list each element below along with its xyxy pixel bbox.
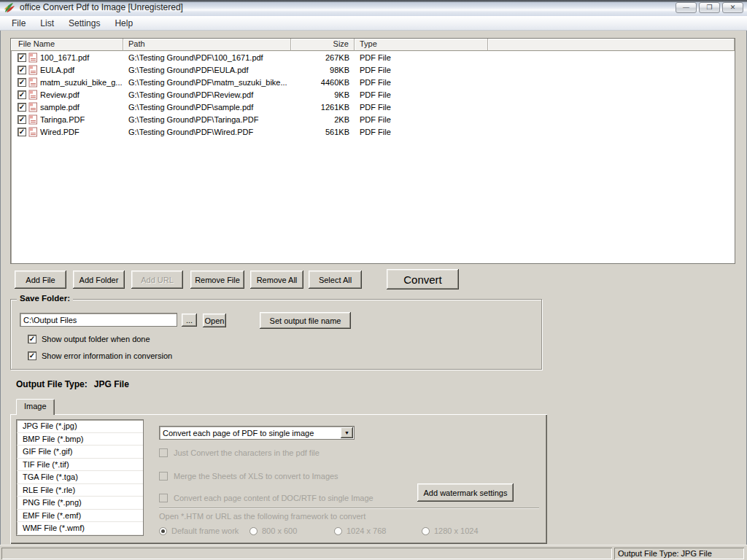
show-error-info-checkbox[interactable]: ✓ — [28, 351, 36, 360]
check-icon: ✓ — [19, 66, 25, 74]
statusbar: Output File Type: JPG File — [0, 545, 747, 560]
radio-800x600-label: 800 x 600 — [262, 526, 297, 535]
output-type-value: JPG File — [94, 379, 129, 389]
just-convert-chars-label: Just Convert the characters in the pdf f… — [174, 448, 320, 457]
format-item-emf[interactable]: EMF File (*.emf) — [17, 510, 143, 523]
file-type: PDF File — [355, 78, 488, 87]
file-row[interactable]: ✓ Wired.PDF G:\Testing Ground\PDF\Wired.… — [11, 125, 735, 138]
check-icon: ✓ — [19, 54, 25, 61]
file-row[interactable]: ✓ Taringa.PDF G:\Testing Ground\PDF\Tari… — [11, 113, 735, 125]
radio-default-framework-label: Default frame work — [171, 526, 239, 535]
file-row[interactable]: ✓ 100_1671.pdf G:\Testing Ground\PDF\100… — [11, 51, 735, 63]
show-output-folder-checkbox[interactable]: ✓ — [28, 335, 36, 343]
status-pane-left — [1, 548, 612, 559]
remove-file-button[interactable]: Remove File — [190, 271, 244, 289]
list-header: File Name Path Size Type — [11, 39, 735, 51]
file-type: PDF File — [355, 103, 488, 112]
format-item-jpg[interactable]: JPG File (*.jpg) — [17, 420, 143, 433]
file-size: 267KB — [291, 53, 355, 62]
minimize-button[interactable]: — — [676, 2, 697, 13]
check-icon: ✓ — [19, 79, 25, 86]
pdf-file-icon — [28, 127, 38, 137]
file-row[interactable]: ✓ EULA.pdf G:\Testing Ground\PDF\EULA.pd… — [11, 63, 735, 76]
add-watermark-button[interactable]: Add watermark settings — [417, 483, 514, 502]
minimize-icon: — — [683, 4, 689, 11]
close-icon: ✕ — [730, 4, 736, 11]
menu-help[interactable]: Help — [107, 17, 140, 30]
add-url-button: Add URL — [131, 271, 183, 289]
radio-default-framework — [159, 527, 167, 535]
browse-button[interactable]: ... — [182, 314, 197, 327]
check-icon: ✓ — [19, 104, 25, 111]
row-checkbox[interactable]: ✓ — [18, 115, 26, 124]
format-item-gif[interactable]: GIF File (*.gif) — [17, 446, 143, 459]
pdf-file-icon — [28, 90, 38, 100]
file-type: PDF File — [355, 90, 488, 99]
file-size: 98KB — [291, 66, 355, 74]
tab-image[interactable]: Image — [16, 399, 55, 415]
htm-framework-label: Open *.HTM or URL as the following frame… — [159, 512, 365, 521]
doc-rtf-checkbox — [159, 494, 168, 502]
file-type: PDF File — [355, 53, 488, 62]
menu-list[interactable]: List — [33, 17, 61, 30]
window-title: office Convert Pdf to Image [Unregistere… — [20, 2, 183, 12]
radio-1280x1024 — [422, 527, 430, 535]
radio-747x560-label: 747 x 560 — [347, 526, 386, 535]
row-checkbox[interactable]: ✓ — [18, 53, 26, 62]
restore-button[interactable]: ❐ — [699, 2, 720, 13]
merge-xls-checkbox — [159, 472, 168, 481]
save-folder-group: Save Folder: ... Open Set output file na… — [10, 299, 542, 370]
file-path: G:\Testing Ground\PDF\Review.pdf — [123, 90, 291, 99]
separator-line — [159, 508, 539, 509]
file-name: EULA.pdf — [40, 66, 74, 74]
menu-file[interactable]: File — [4, 17, 33, 30]
check-icon: ✓ — [19, 116, 25, 123]
column-header-path[interactable]: Path — [123, 39, 291, 51]
row-checkbox[interactable]: ✓ — [18, 66, 26, 74]
select-all-button[interactable]: Select All — [309, 271, 362, 289]
open-button[interactable]: Open — [203, 314, 226, 327]
file-row[interactable]: ✓ matm_suzuki_bike_g... G:\Testing Groun… — [11, 76, 735, 88]
file-path: G:\Testing Ground\PDF\Taringa.PDF — [123, 115, 291, 124]
menu-settings[interactable]: Settings — [61, 17, 107, 30]
just-convert-chars-checkbox — [159, 448, 168, 457]
pdf-file-icon — [28, 65, 38, 75]
file-row[interactable]: ✓ sample.pdf G:\Testing Ground\PDF\sampl… — [11, 101, 735, 113]
format-item-tif[interactable]: TIF File (*.tif) — [17, 459, 143, 472]
save-folder-input[interactable] — [20, 313, 177, 327]
format-item-wmf[interactable]: WMF File (*.wmf) — [17, 522, 143, 535]
show-output-folder-label: Show output folder when done — [42, 335, 150, 343]
file-name: sample.pdf — [40, 103, 80, 112]
file-name: matm_suzuki_bike_g... — [40, 78, 123, 87]
column-header-size[interactable]: Size — [291, 39, 355, 51]
page-mode-dropdown[interactable]: Convert each page of PDF to single image… — [159, 426, 355, 440]
file-size: 1261KB — [291, 103, 355, 112]
file-type: PDF File — [355, 66, 488, 74]
format-item-rle[interactable]: RLE File (*.rle) — [17, 484, 143, 497]
format-item-tga[interactable]: TGA File (*.tga) — [17, 471, 143, 484]
file-row[interactable]: ✓ Review.pdf G:\Testing Ground\PDF\Revie… — [11, 88, 735, 101]
column-header-filename[interactable]: File Name — [11, 39, 123, 51]
doc-rtf-label: Convert each page content of DOC/RTF to … — [174, 494, 374, 502]
row-checkbox[interactable]: ✓ — [18, 103, 26, 112]
convert-button[interactable]: Convert — [387, 269, 459, 289]
format-item-bmp[interactable]: BMP File (*.bmp) — [17, 433, 143, 446]
check-icon: ✓ — [19, 91, 25, 98]
show-error-info-label: Show error information in conversion — [42, 351, 172, 360]
file-name: Review.pdf — [40, 90, 80, 99]
row-checkbox[interactable]: ✓ — [18, 78, 26, 87]
add-file-button[interactable]: Add File — [15, 271, 66, 289]
remove-all-button[interactable]: Remove All — [250, 271, 303, 289]
merge-xls-label: Merge the Sheets of XLS to convert to Im… — [174, 472, 338, 481]
pdf-file-icon — [28, 114, 38, 125]
file-type: PDF File — [355, 128, 488, 136]
row-checkbox[interactable]: ✓ — [18, 90, 26, 99]
file-path: G:\Testing Ground\PDF\Wired.PDF — [123, 128, 291, 136]
column-header-type[interactable]: Type — [355, 39, 488, 51]
set-output-filename-button[interactable]: Set output file name — [260, 312, 351, 329]
format-item-png[interactable]: PNG File (*.png) — [17, 497, 143, 510]
close-button[interactable]: ✕ — [722, 2, 743, 13]
row-checkbox[interactable]: ✓ — [18, 128, 26, 136]
add-folder-button[interactable]: Add Folder — [73, 271, 125, 289]
dropdown-arrow-icon[interactable]: ▼ — [341, 427, 353, 438]
